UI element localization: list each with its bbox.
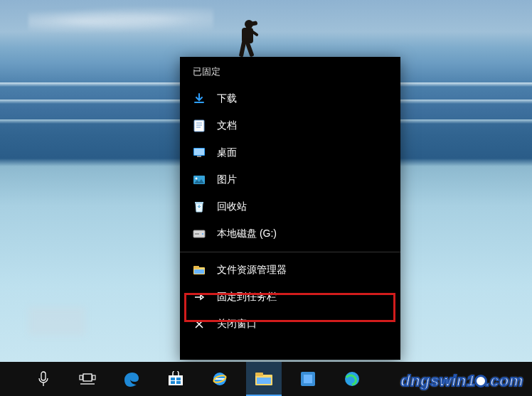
recycle-bin-icon xyxy=(193,200,206,213)
desktop-icon xyxy=(193,146,206,159)
mic-icon xyxy=(38,371,49,387)
wallpaper-figure xyxy=(235,20,260,57)
ball-360-icon xyxy=(344,370,361,387)
taskbar-browser-360[interactable] xyxy=(334,362,370,396)
svg-rect-0 xyxy=(194,120,204,132)
blue-app-icon xyxy=(300,371,316,387)
taskbar-cortana[interactable] xyxy=(26,362,61,396)
download-arrow-icon xyxy=(193,92,206,105)
taskbar-edge[interactable] xyxy=(114,362,149,396)
svg-rect-30 xyxy=(257,378,271,384)
jumplist-item-label: 本地磁盘 (G:) xyxy=(217,228,389,240)
watermark-text-left: dngswin1 xyxy=(400,372,475,390)
jumplist-item-label: 图片 xyxy=(217,173,389,186)
taskbar-ie[interactable] xyxy=(202,362,238,396)
wallpaper-blur-box xyxy=(28,307,85,336)
explorer-icon xyxy=(193,264,206,277)
svg-rect-22 xyxy=(171,378,175,380)
taskbar-task-view[interactable] xyxy=(70,362,105,396)
jumplist-item-label: 下载 xyxy=(217,92,389,105)
svg-rect-29 xyxy=(255,373,263,376)
jumplist-item-downloads[interactable]: 下载 xyxy=(180,85,400,112)
svg-rect-19 xyxy=(92,375,95,380)
jumplist-item-label: 文件资源管理器 xyxy=(217,264,389,277)
jumplist-app-file-explorer[interactable]: 文件资源管理器 xyxy=(180,257,400,284)
watermark-text-right: .com xyxy=(486,372,523,390)
pin-icon xyxy=(193,291,206,304)
jumplist-divider xyxy=(180,252,400,252)
explorer-icon xyxy=(255,372,273,386)
taskbar-app-blue[interactable] xyxy=(290,362,326,396)
svg-rect-23 xyxy=(176,378,181,380)
jumplist-action-close-window[interactable]: 关闭窗口 xyxy=(180,311,400,338)
wallpaper-clouds xyxy=(28,7,213,36)
watermark: dngswin1.com xyxy=(400,372,523,390)
svg-rect-15 xyxy=(194,269,204,274)
store-icon xyxy=(167,371,184,387)
svg-rect-17 xyxy=(83,374,92,381)
edge-icon xyxy=(122,370,141,388)
svg-point-8 xyxy=(196,178,198,180)
drive-icon xyxy=(193,228,206,240)
jumplist-item-drive-g[interactable]: 本地磁盘 (G:) xyxy=(180,220,400,247)
svg-rect-16 xyxy=(41,372,46,380)
jumplist-item-pictures[interactable]: 图片 xyxy=(180,166,400,193)
ie-icon xyxy=(211,370,229,388)
jumplist-item-recycle[interactable]: 回收站 xyxy=(180,193,400,220)
svg-rect-12 xyxy=(195,233,199,235)
jumplist-item-label: 固定到任务栏 xyxy=(217,291,389,304)
svg-rect-25 xyxy=(176,381,181,384)
close-icon xyxy=(193,318,206,331)
svg-point-11 xyxy=(202,233,203,235)
jumplist-section-pinned: 已固定 xyxy=(180,57,400,85)
desktop: 已固定 下载 文档 桌面 图片 xyxy=(0,0,532,396)
jumplist-item-label: 关闭窗口 xyxy=(217,318,389,331)
jumplist-menu: 已固定 下载 文档 桌面 图片 xyxy=(180,57,400,360)
jumplist-item-documents[interactable]: 文档 xyxy=(180,112,400,139)
task-view-icon xyxy=(79,373,96,385)
jumplist-item-desktop[interactable]: 桌面 xyxy=(180,139,400,166)
svg-rect-9 xyxy=(195,202,203,203)
svg-rect-32 xyxy=(304,375,312,383)
jumplist-action-pin-to-taskbar[interactable]: 固定到任务栏 xyxy=(180,284,400,311)
svg-rect-14 xyxy=(193,266,199,269)
svg-rect-6 xyxy=(197,156,201,157)
jumplist-item-label: 回收站 xyxy=(217,200,389,213)
taskbar-store[interactable] xyxy=(158,362,193,396)
svg-rect-24 xyxy=(171,381,175,384)
jumplist-item-label: 文档 xyxy=(217,119,389,132)
svg-rect-5 xyxy=(194,149,204,155)
jumplist-item-label: 桌面 xyxy=(217,146,389,159)
taskbar-file-explorer[interactable] xyxy=(246,362,282,396)
pictures-icon xyxy=(193,173,206,186)
svg-rect-18 xyxy=(80,375,83,380)
document-icon xyxy=(193,119,206,132)
